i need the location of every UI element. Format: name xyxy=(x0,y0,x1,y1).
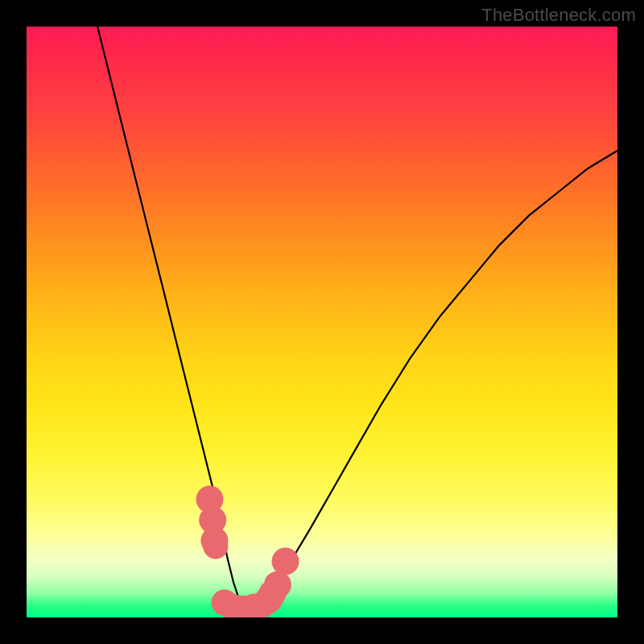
bottleneck-curve xyxy=(97,27,617,612)
highlight-dot xyxy=(272,547,299,575)
highlight-dot xyxy=(203,534,228,559)
highlight-dot xyxy=(264,572,291,599)
chart-svg xyxy=(27,27,617,617)
watermark-text: TheBottleneck.com xyxy=(481,5,636,26)
chart-frame: TheBottleneck.com xyxy=(0,0,644,644)
plot-area xyxy=(27,27,617,617)
highlight-dots xyxy=(196,485,299,617)
